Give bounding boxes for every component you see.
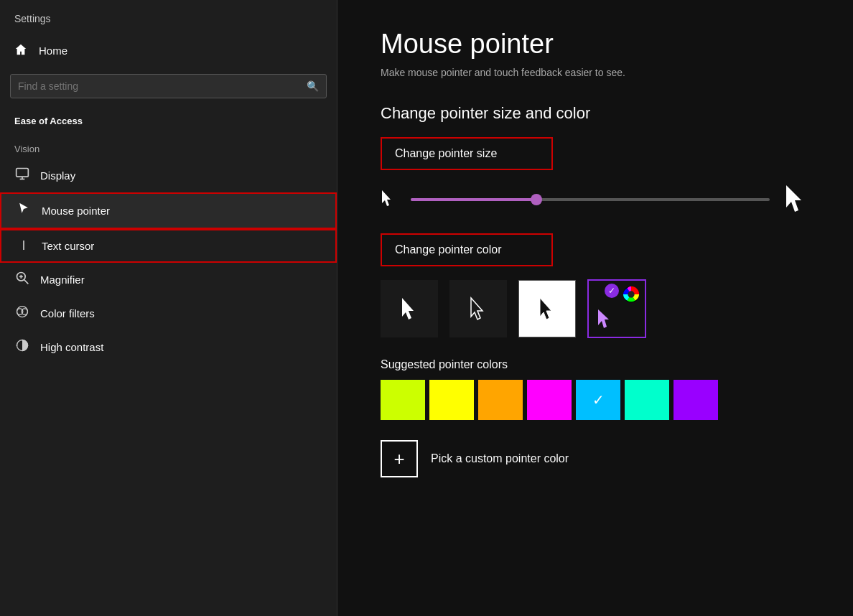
svg-marker-14 bbox=[382, 190, 391, 206]
slider-fill bbox=[411, 198, 536, 201]
app-title: Settings bbox=[0, 0, 337, 34]
slider-thumb[interactable] bbox=[531, 194, 542, 205]
text-cursor-icon: I bbox=[16, 238, 32, 253]
page-title: Mouse pointer bbox=[381, 29, 810, 60]
home-label: Home bbox=[39, 45, 67, 57]
pick-custom-row: + Pick a custom pointer color bbox=[381, 440, 810, 477]
sidebar-item-display[interactable]: Display bbox=[0, 159, 337, 192]
pick-custom-button[interactable]: + bbox=[381, 440, 418, 477]
color-option-outline[interactable] bbox=[449, 280, 507, 337]
color-option-custom[interactable]: ✓ bbox=[587, 279, 646, 338]
sidebar-item-mouse-pointer[interactable]: Mouse pointer bbox=[0, 192, 337, 229]
color-filters-icon bbox=[14, 304, 30, 322]
high-contrast-label: High contrast bbox=[40, 341, 103, 353]
swatch-magenta[interactable] bbox=[527, 380, 572, 420]
sidebar-home[interactable]: Home bbox=[0, 34, 337, 67]
search-box[interactable]: 🔍 bbox=[10, 74, 327, 98]
swatch-orange[interactable] bbox=[478, 380, 523, 420]
sidebar-item-text-cursor[interactable]: I Text cursor bbox=[0, 229, 337, 263]
color-options-row: ✓ bbox=[381, 279, 810, 338]
swatch-yellow[interactable] bbox=[429, 380, 474, 420]
swatch-selected-check: ✓ bbox=[592, 391, 605, 409]
home-icon bbox=[14, 43, 27, 58]
color-filters-label: Color filters bbox=[40, 307, 95, 319]
checkmark-badge: ✓ bbox=[605, 284, 619, 298]
display-label: Display bbox=[40, 169, 75, 182]
sidebar: Settings Home 🔍 Ease of Access Vision Di… bbox=[0, 0, 337, 616]
cursor-large-icon bbox=[784, 183, 810, 216]
high-contrast-icon bbox=[14, 338, 30, 356]
slider-row bbox=[381, 183, 810, 216]
search-input[interactable] bbox=[18, 80, 307, 92]
main-content: Mouse pointer Make mouse pointer and tou… bbox=[337, 0, 853, 616]
pointer-color-box: Change pointer color bbox=[381, 233, 553, 266]
magnifier-label: Magnifier bbox=[40, 274, 85, 286]
suggested-label: Suggested pointer colors bbox=[381, 358, 810, 371]
svg-point-7 bbox=[17, 307, 28, 317]
svg-point-20 bbox=[628, 291, 634, 297]
svg-marker-18 bbox=[540, 298, 551, 319]
page-subtitle: Make mouse pointer and touch feedback ea… bbox=[381, 67, 810, 78]
svg-marker-17 bbox=[471, 298, 483, 319]
swatch-teal[interactable] bbox=[625, 380, 669, 420]
pointer-size-box: Change pointer size bbox=[381, 137, 553, 170]
color-option-white-black[interactable] bbox=[518, 280, 576, 337]
slider-track[interactable] bbox=[411, 198, 770, 201]
text-cursor-label: Text cursor bbox=[42, 240, 94, 252]
color-option-dark[interactable] bbox=[381, 280, 438, 337]
display-icon bbox=[14, 167, 30, 185]
pointer-size-label: Change pointer size bbox=[395, 147, 497, 159]
svg-marker-16 bbox=[402, 298, 414, 319]
search-icon: 🔍 bbox=[307, 80, 319, 92]
svg-line-4 bbox=[24, 280, 29, 284]
mouse-pointer-label: Mouse pointer bbox=[42, 205, 110, 217]
magnifier-icon bbox=[14, 271, 30, 289]
cursor-small-icon bbox=[381, 189, 396, 210]
mouse-pointer-icon bbox=[16, 202, 32, 220]
sidebar-item-magnifier[interactable]: Magnifier bbox=[0, 263, 337, 297]
section-heading: Change pointer size and color bbox=[381, 104, 810, 123]
swatch-purple[interactable] bbox=[673, 380, 718, 420]
ease-of-access-label: Ease of Access bbox=[0, 110, 337, 134]
color-swatches-row: ✓ bbox=[381, 380, 810, 420]
plus-icon: + bbox=[393, 448, 404, 470]
vision-section-label: Vision bbox=[0, 134, 337, 159]
pointer-color-label: Change pointer color bbox=[395, 243, 502, 256]
swatch-skyblue[interactable]: ✓ bbox=[576, 380, 620, 420]
sidebar-item-color-filters[interactable]: Color filters bbox=[0, 297, 337, 330]
sidebar-item-high-contrast[interactable]: High contrast bbox=[0, 330, 337, 364]
pick-custom-label: Pick a custom pointer color bbox=[431, 452, 569, 465]
svg-marker-15 bbox=[786, 185, 801, 212]
svg-marker-21 bbox=[598, 309, 609, 328]
svg-rect-0 bbox=[17, 169, 29, 177]
swatch-chartreuse[interactable] bbox=[381, 380, 425, 420]
